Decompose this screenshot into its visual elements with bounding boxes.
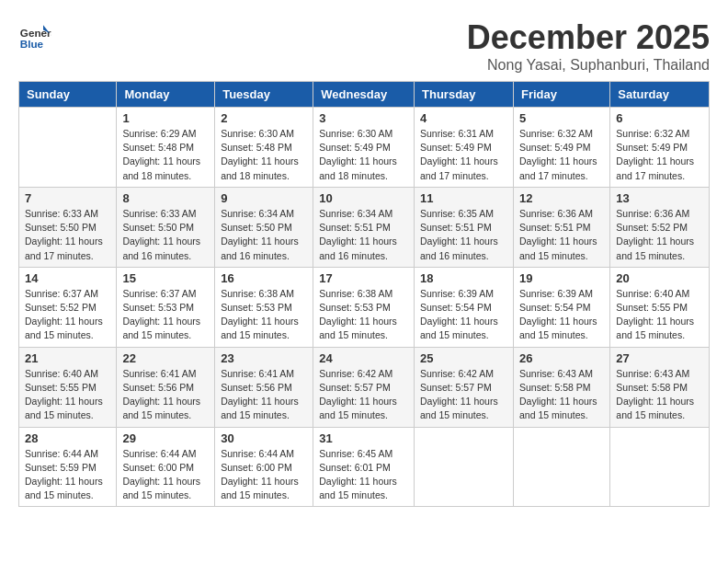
svg-text:Blue: Blue: [20, 38, 44, 50]
day-number: 3: [319, 111, 408, 125]
day-info: Sunrise: 6:32 AM Sunset: 5:49 PM Dayligh…: [519, 127, 604, 183]
day-number: 17: [319, 271, 408, 285]
calendar-day-cell: 27Sunrise: 6:43 AM Sunset: 5:58 PM Dayli…: [610, 347, 710, 427]
day-info: Sunrise: 6:38 AM Sunset: 5:53 PM Dayligh…: [221, 287, 307, 343]
calendar-day-cell: 13Sunrise: 6:36 AM Sunset: 5:52 PM Dayli…: [610, 187, 710, 267]
weekday-header-wednesday: Wednesday: [313, 82, 415, 108]
day-info: Sunrise: 6:43 AM Sunset: 5:58 PM Dayligh…: [519, 367, 604, 423]
day-number: 14: [25, 271, 110, 285]
day-info: Sunrise: 6:32 AM Sunset: 5:49 PM Dayligh…: [616, 127, 703, 183]
calendar-day-cell: 2Sunrise: 6:30 AM Sunset: 5:48 PM Daylig…: [215, 108, 313, 188]
day-number: 22: [122, 351, 209, 365]
location: Nong Yasai, Suphanburi, Thailand: [467, 57, 710, 74]
calendar-day-cell: [415, 427, 514, 507]
calendar-table: SundayMondayTuesdayWednesdayThursdayFrid…: [18, 81, 710, 507]
calendar-day-cell: 3Sunrise: 6:30 AM Sunset: 5:49 PM Daylig…: [313, 108, 415, 188]
calendar-day-cell: 16Sunrise: 6:38 AM Sunset: 5:53 PM Dayli…: [215, 267, 313, 347]
day-info: Sunrise: 6:36 AM Sunset: 5:52 PM Dayligh…: [616, 207, 703, 263]
day-number: 13: [616, 191, 703, 205]
day-info: Sunrise: 6:45 AM Sunset: 6:01 PM Dayligh…: [319, 447, 408, 503]
day-info: Sunrise: 6:44 AM Sunset: 6:00 PM Dayligh…: [221, 447, 307, 503]
day-info: Sunrise: 6:37 AM Sunset: 5:53 PM Dayligh…: [122, 287, 209, 343]
weekday-header-saturday: Saturday: [610, 82, 710, 108]
day-info: Sunrise: 6:34 AM Sunset: 5:51 PM Dayligh…: [319, 207, 408, 263]
day-number: 29: [122, 431, 209, 445]
calendar-day-cell: [513, 427, 609, 507]
weekday-header-sunday: Sunday: [19, 82, 117, 108]
day-info: Sunrise: 6:29 AM Sunset: 5:48 PM Dayligh…: [122, 127, 209, 183]
day-number: 2: [221, 111, 307, 125]
day-info: Sunrise: 6:38 AM Sunset: 5:53 PM Dayligh…: [319, 287, 408, 343]
calendar-day-cell: 26Sunrise: 6:43 AM Sunset: 5:58 PM Dayli…: [513, 347, 609, 427]
calendar-day-cell: 7Sunrise: 6:33 AM Sunset: 5:50 PM Daylig…: [19, 187, 117, 267]
weekday-header-tuesday: Tuesday: [215, 82, 313, 108]
day-info: Sunrise: 6:37 AM Sunset: 5:52 PM Dayligh…: [25, 287, 110, 343]
calendar-day-cell: 20Sunrise: 6:40 AM Sunset: 5:55 PM Dayli…: [610, 267, 710, 347]
day-number: 8: [122, 191, 209, 205]
day-number: 18: [420, 271, 507, 285]
page-header: General Blue December 2025 Nong Yasai, S…: [18, 18, 710, 74]
calendar-day-cell: 31Sunrise: 6:45 AM Sunset: 6:01 PM Dayli…: [313, 427, 415, 507]
calendar-day-cell: 1Sunrise: 6:29 AM Sunset: 5:48 PM Daylig…: [117, 108, 215, 188]
day-number: 9: [221, 191, 307, 205]
day-info: Sunrise: 6:44 AM Sunset: 5:59 PM Dayligh…: [25, 447, 110, 503]
day-info: Sunrise: 6:41 AM Sunset: 5:56 PM Dayligh…: [221, 367, 307, 423]
day-info: Sunrise: 6:39 AM Sunset: 5:54 PM Dayligh…: [420, 287, 507, 343]
day-info: Sunrise: 6:40 AM Sunset: 5:55 PM Dayligh…: [25, 367, 110, 423]
day-number: 16: [221, 271, 307, 285]
calendar-day-cell: 21Sunrise: 6:40 AM Sunset: 5:55 PM Dayli…: [19, 347, 117, 427]
calendar-week-row: 14Sunrise: 6:37 AM Sunset: 5:52 PM Dayli…: [19, 267, 710, 347]
calendar-day-cell: 23Sunrise: 6:41 AM Sunset: 5:56 PM Dayli…: [215, 347, 313, 427]
day-number: 4: [420, 111, 507, 125]
day-info: Sunrise: 6:44 AM Sunset: 6:00 PM Dayligh…: [122, 447, 209, 503]
calendar-body: 1Sunrise: 6:29 AM Sunset: 5:48 PM Daylig…: [19, 108, 710, 507]
day-number: 1: [122, 111, 209, 125]
day-number: 21: [25, 351, 110, 365]
day-number: 23: [221, 351, 307, 365]
calendar-week-row: 28Sunrise: 6:44 AM Sunset: 5:59 PM Dayli…: [19, 427, 710, 507]
day-number: 27: [616, 351, 703, 365]
day-info: Sunrise: 6:30 AM Sunset: 5:49 PM Dayligh…: [319, 127, 408, 183]
calendar-day-cell: 28Sunrise: 6:44 AM Sunset: 5:59 PM Dayli…: [19, 427, 117, 507]
calendar-day-cell: 6Sunrise: 6:32 AM Sunset: 5:49 PM Daylig…: [610, 108, 710, 188]
day-info: Sunrise: 6:36 AM Sunset: 5:51 PM Dayligh…: [519, 207, 604, 263]
calendar-day-cell: 18Sunrise: 6:39 AM Sunset: 5:54 PM Dayli…: [415, 267, 514, 347]
calendar-day-cell: 22Sunrise: 6:41 AM Sunset: 5:56 PM Dayli…: [117, 347, 215, 427]
day-info: Sunrise: 6:42 AM Sunset: 5:57 PM Dayligh…: [420, 367, 507, 423]
day-number: 26: [519, 351, 604, 365]
calendar-day-cell: 10Sunrise: 6:34 AM Sunset: 5:51 PM Dayli…: [313, 187, 415, 267]
title-block: December 2025 Nong Yasai, Suphanburi, Th…: [467, 18, 710, 74]
calendar-day-cell: 29Sunrise: 6:44 AM Sunset: 6:00 PM Dayli…: [117, 427, 215, 507]
calendar-day-cell: 5Sunrise: 6:32 AM Sunset: 5:49 PM Daylig…: [513, 108, 609, 188]
calendar-day-cell: 14Sunrise: 6:37 AM Sunset: 5:52 PM Dayli…: [19, 267, 117, 347]
day-number: 5: [519, 111, 604, 125]
calendar-day-cell: 25Sunrise: 6:42 AM Sunset: 5:57 PM Dayli…: [415, 347, 514, 427]
calendar-day-cell: 17Sunrise: 6:38 AM Sunset: 5:53 PM Dayli…: [313, 267, 415, 347]
day-info: Sunrise: 6:34 AM Sunset: 5:50 PM Dayligh…: [221, 207, 307, 263]
calendar-day-cell: 19Sunrise: 6:39 AM Sunset: 5:54 PM Dayli…: [513, 267, 609, 347]
logo: General Blue: [18, 18, 55, 52]
day-number: 15: [122, 271, 209, 285]
weekday-header-friday: Friday: [513, 82, 609, 108]
calendar-day-cell: [19, 108, 117, 188]
calendar-day-cell: 8Sunrise: 6:33 AM Sunset: 5:50 PM Daylig…: [117, 187, 215, 267]
day-info: Sunrise: 6:41 AM Sunset: 5:56 PM Dayligh…: [122, 367, 209, 423]
calendar-day-cell: 30Sunrise: 6:44 AM Sunset: 6:00 PM Dayli…: [215, 427, 313, 507]
calendar-day-cell: 12Sunrise: 6:36 AM Sunset: 5:51 PM Dayli…: [513, 187, 609, 267]
month-title: December 2025: [467, 18, 710, 57]
calendar-day-cell: 9Sunrise: 6:34 AM Sunset: 5:50 PM Daylig…: [215, 187, 313, 267]
logo-icon: General Blue: [18, 18, 51, 52]
calendar-week-row: 1Sunrise: 6:29 AM Sunset: 5:48 PM Daylig…: [19, 108, 710, 188]
day-info: Sunrise: 6:30 AM Sunset: 5:48 PM Dayligh…: [221, 127, 307, 183]
weekday-header-thursday: Thursday: [415, 82, 514, 108]
calendar-week-row: 21Sunrise: 6:40 AM Sunset: 5:55 PM Dayli…: [19, 347, 710, 427]
day-info: Sunrise: 6:33 AM Sunset: 5:50 PM Dayligh…: [25, 207, 110, 263]
day-number: 7: [25, 191, 110, 205]
day-number: 19: [519, 271, 604, 285]
day-info: Sunrise: 6:35 AM Sunset: 5:51 PM Dayligh…: [420, 207, 507, 263]
calendar-day-cell: 24Sunrise: 6:42 AM Sunset: 5:57 PM Dayli…: [313, 347, 415, 427]
day-info: Sunrise: 6:33 AM Sunset: 5:50 PM Dayligh…: [122, 207, 209, 263]
day-number: 28: [25, 431, 110, 445]
weekday-header-monday: Monday: [117, 82, 215, 108]
day-number: 12: [519, 191, 604, 205]
